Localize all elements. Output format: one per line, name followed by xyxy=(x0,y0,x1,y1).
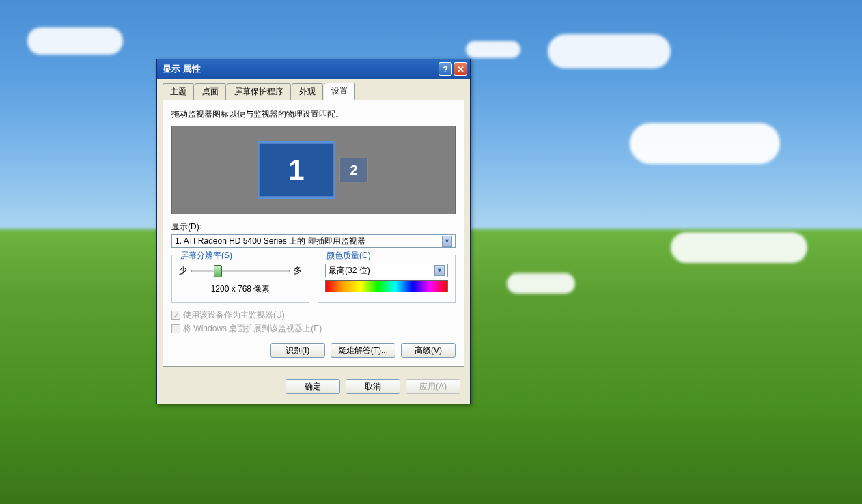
apply-button: 应用(A) xyxy=(406,379,460,394)
tab-content: 拖动监视器图标以便与监视器的物理设置匹配。 1 2 显示(D): 1. ATI … xyxy=(163,100,464,367)
window-title: 显示 属性 xyxy=(163,63,437,75)
extend-desktop-checkbox xyxy=(171,324,180,333)
tab-settings[interactable]: 设置 xyxy=(324,83,355,100)
tab-desktop[interactable]: 桌面 xyxy=(195,83,226,100)
primary-monitor-checkbox: ✓ xyxy=(171,311,180,320)
color-quality-dropdown[interactable]: 最高(32 位) ▼ xyxy=(325,264,448,277)
resolution-fieldset: 屏幕分辨率(S) 少 多 1200 x 768 像素 xyxy=(171,255,309,303)
monitor-2-icon[interactable]: 2 xyxy=(339,158,368,182)
dialog-footer: 确定 取消 应用(A) xyxy=(157,372,470,404)
tabs-bar: 主题 桌面 屏幕保护程序 外观 设置 xyxy=(157,79,470,100)
slider-less-label: 少 xyxy=(179,265,187,277)
color-quality-legend: 颜色质量(C) xyxy=(324,250,374,262)
advanced-button[interactable]: 高级(V) xyxy=(401,343,456,358)
tab-appearance[interactable]: 外观 xyxy=(292,83,323,100)
chevron-down-icon: ▼ xyxy=(434,265,445,276)
titlebar[interactable]: 显示 属性 ? ✕ xyxy=(157,59,470,79)
display-dropdown[interactable]: 1. ATI Radeon HD 5400 Series 上的 即插即用监视器 … xyxy=(171,234,456,248)
color-spectrum-bar xyxy=(325,280,448,292)
monitor-arrangement-area[interactable]: 1 2 xyxy=(171,126,456,214)
identify-button[interactable]: 识别(I) xyxy=(270,343,325,358)
display-label: 显示(D): xyxy=(171,221,456,233)
color-quality-value: 最高(32 位) xyxy=(329,265,434,277)
resolution-slider[interactable] xyxy=(191,270,290,272)
chevron-down-icon: ▼ xyxy=(442,236,452,247)
resolution-value: 1200 x 768 像素 xyxy=(179,283,302,295)
display-properties-dialog: 显示 属性 ? ✕ 主题 桌面 屏幕保护程序 外观 设置 拖动监视器图标以便与监… xyxy=(156,59,471,404)
resolution-legend: 屏幕分辨率(S) xyxy=(178,250,235,262)
slider-thumb[interactable] xyxy=(214,265,222,277)
primary-monitor-checkbox-label: 使用该设备作为主监视器(U) xyxy=(183,309,285,321)
ok-button[interactable]: 确定 xyxy=(286,379,340,394)
tab-screensaver[interactable]: 屏幕保护程序 xyxy=(227,83,291,100)
extend-desktop-checkbox-label: 将 Windows 桌面扩展到该监视器上(E) xyxy=(183,323,322,335)
tab-theme[interactable]: 主题 xyxy=(163,83,194,100)
instruction-text: 拖动监视器图标以便与监视器的物理设置匹配。 xyxy=(171,109,456,120)
troubleshoot-button[interactable]: 疑难解答(T)... xyxy=(331,343,395,358)
slider-more-label: 多 xyxy=(294,265,302,277)
color-quality-fieldset: 颜色质量(C) 最高(32 位) ▼ xyxy=(318,255,456,303)
help-button[interactable]: ? xyxy=(439,62,452,76)
close-button[interactable]: ✕ xyxy=(454,62,467,76)
monitor-1-icon[interactable]: 1 xyxy=(259,143,334,197)
cancel-button[interactable]: 取消 xyxy=(346,379,400,394)
display-dropdown-value: 1. ATI Radeon HD 5400 Series 上的 即插即用监视器 xyxy=(175,236,442,247)
